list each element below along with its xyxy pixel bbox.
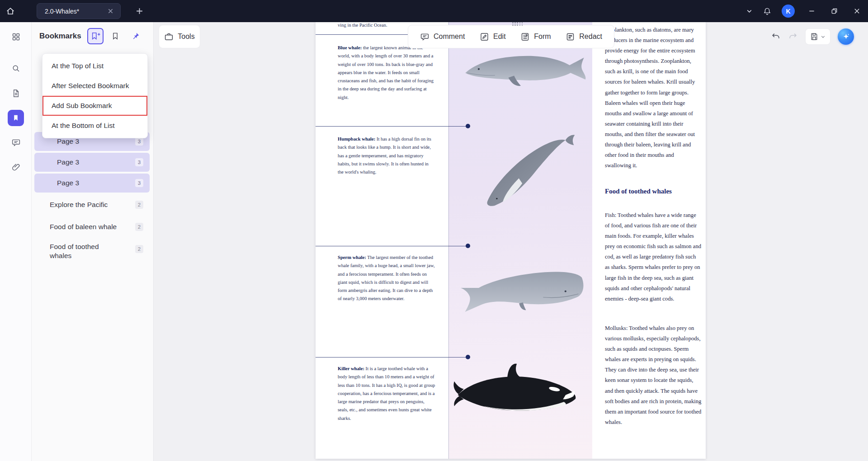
menu-item-bottom-of-list[interactable]: At the Bottom of List	[42, 116, 147, 136]
bookmark-label: Explore the Pacific	[50, 200, 108, 209]
close-button[interactable]	[845, 0, 868, 22]
humpback-whale-text: It has a high dorsal fin on its back tha…	[338, 136, 431, 174]
bookmark-count-badge: 3	[135, 179, 143, 187]
toolbar-drag-handle[interactable]	[512, 22, 523, 26]
right-toolbar	[771, 25, 854, 48]
edit-tool-button[interactable]: Edit	[480, 32, 506, 42]
comment-tool-button[interactable]: Comment	[420, 32, 465, 42]
bookmark-count-badge: 2	[135, 201, 143, 209]
right-column-paragraph-1: ytoplankton, such as diatoms, are mary p…	[605, 25, 702, 171]
bookmark-count-badge: 3	[135, 137, 143, 146]
apps-icon	[11, 32, 21, 42]
attachment-icon	[11, 162, 21, 172]
redact-icon	[566, 32, 575, 42]
minimize-button[interactable]	[800, 0, 823, 22]
search-icon	[11, 64, 21, 73]
pin-icon	[131, 32, 140, 41]
killer-whale-lead: Killer whale:	[338, 366, 364, 371]
pdf-editor-app: 2.0-Whales* K	[0, 0, 868, 461]
chevron-down-icon	[746, 8, 753, 14]
tools-icon	[164, 32, 174, 42]
add-bookmark-icon	[90, 32, 101, 41]
restore-icon	[831, 8, 838, 14]
undo-icon	[771, 32, 781, 42]
bookmark-item-page3-2[interactable]: Page 3 3	[34, 153, 150, 172]
section-line	[316, 246, 470, 246]
section-line	[316, 126, 470, 127]
edit-icon	[480, 32, 489, 42]
tab-close-icon[interactable]	[106, 7, 115, 16]
bookmark-item-food-toothed[interactable]: Food of toothed whales 2	[34, 240, 150, 264]
bookmark-icon	[11, 113, 20, 122]
sperm-whale-text: The largest member of the toothed whale …	[338, 255, 435, 301]
topbar: 2.0-Whales* K	[0, 0, 868, 22]
timeline-dot	[466, 355, 470, 359]
bookmark-manage-button[interactable]	[107, 28, 123, 44]
add-bookmark-button[interactable]	[87, 28, 104, 44]
blue-whale-image	[462, 46, 587, 96]
user-avatar[interactable]: K	[782, 5, 795, 18]
menu-item-after-selected[interactable]: After Selected Bookmark	[42, 76, 147, 96]
timeline-dot	[466, 124, 470, 128]
rail-apps-button[interactable]	[8, 28, 24, 45]
menu-item-add-sub-bookmark[interactable]: Add Sub Bookmark	[42, 96, 147, 116]
document-canvas: ving in the Pacific Ocean. Blue whale: t…	[154, 22, 868, 461]
comment-label: Comment	[434, 33, 465, 41]
ai-assistant-button[interactable]	[838, 28, 854, 45]
avatar-initial: K	[786, 8, 790, 15]
collapse-toolbar-button[interactable]	[740, 0, 758, 22]
undo-button[interactable]	[771, 32, 781, 42]
form-tool-button[interactable]: Form	[520, 32, 551, 42]
pin-panel-button[interactable]	[127, 28, 144, 44]
rail-bookmarks-button[interactable]	[8, 110, 24, 126]
humpback-whale-lead: Humpback whale:	[338, 136, 375, 141]
bookmark-add-menu: At the Top of List After Selected Bookma…	[42, 53, 148, 138]
humpback-whale-paragraph: Humpback whale: It has a high dorsal fin…	[338, 135, 435, 176]
bookmark-label: Page 3	[57, 137, 79, 146]
left-icon-rail	[0, 22, 32, 461]
timeline-axis-line	[448, 22, 449, 459]
right-column-paragraph-3: Mollusks: Toothed whales also prey on va…	[605, 323, 702, 428]
bookmarks-panel: Bookmarks Page 3 3 Page 3 3 Page 3 3 Exp…	[32, 22, 154, 461]
sperm-whale-image	[453, 253, 589, 321]
document-tab[interactable]: 2.0-Whales*	[37, 3, 121, 19]
save-icon	[810, 32, 819, 41]
bookmark-label: Food of toothed whales	[50, 242, 122, 260]
ai-sparkle-icon	[842, 33, 850, 41]
home-icon	[5, 6, 15, 16]
save-button[interactable]	[805, 28, 830, 45]
timeline-dot	[466, 244, 470, 248]
new-tab-button[interactable]	[132, 4, 146, 18]
tools-label: Tools	[178, 33, 194, 41]
rail-pages-button[interactable]	[8, 85, 24, 101]
blue-whale-paragraph: Blue whale: the largest known animal in …	[338, 44, 435, 102]
bookmark-item-page3-3[interactable]: Page 3 3	[34, 174, 150, 193]
notifications-button[interactable]	[758, 0, 776, 22]
doc-top-fragment: ving in the Pacific Ocean.	[338, 23, 387, 28]
rail-search-button[interactable]	[8, 60, 24, 76]
menu-item-top-of-list[interactable]: At the Top of List	[42, 56, 147, 76]
blue-whale-text: the largest known animal in the world, w…	[338, 45, 434, 100]
right-column-heading: Food of toothed whales	[605, 188, 672, 195]
restore-button[interactable]	[823, 0, 845, 22]
bookmark-outline-icon	[111, 32, 120, 41]
tab-title: 2.0-Whales*	[45, 8, 106, 15]
redo-icon	[788, 32, 798, 42]
blue-whale-lead: Blue whale:	[338, 45, 362, 50]
tools-button[interactable]: Tools	[159, 25, 200, 48]
bookmark-item-food-baleen[interactable]: Food of baleen whale 2	[34, 217, 150, 236]
bookmark-item-explore-pacific[interactable]: Explore the Pacific 2	[34, 195, 150, 214]
redact-tool-button[interactable]: Redact	[566, 32, 602, 42]
redo-button[interactable]	[788, 32, 798, 42]
main-toolbar: Comment Edit Form Redact	[408, 25, 614, 48]
rail-comments-button[interactable]	[8, 134, 24, 151]
bookmark-label: Food of baleen whale	[50, 222, 117, 231]
humpback-whale-image	[472, 134, 582, 215]
edit-label: Edit	[493, 33, 506, 41]
home-button[interactable]	[0, 0, 21, 22]
redact-label: Redact	[579, 33, 602, 41]
bookmark-label: Page 3	[57, 179, 79, 187]
rail-attachments-button[interactable]	[8, 159, 24, 175]
form-label: Form	[534, 33, 551, 41]
pages-icon	[11, 89, 21, 98]
